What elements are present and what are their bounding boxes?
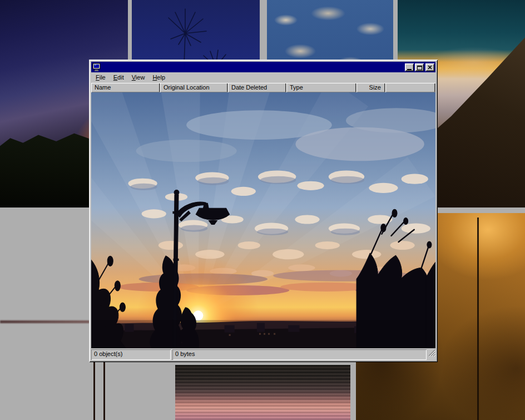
column-header-name[interactable]: Name <box>91 83 160 92</box>
title-bar[interactable] <box>91 62 435 72</box>
desktop: File Edit View Help Name Original Locati… <box>0 0 525 420</box>
maximize-icon <box>417 66 422 70</box>
minimize-icon <box>407 69 412 70</box>
status-object-count: 0 object(s) <box>91 349 171 360</box>
status-bar: 0 object(s) 0 bytes <box>91 349 435 360</box>
menu-file[interactable]: File <box>92 73 110 82</box>
menu-help[interactable]: Help <box>148 73 169 82</box>
resize-grip[interactable] <box>428 349 435 360</box>
list-view-wallpaper[interactable] <box>91 92 435 348</box>
column-header-filler <box>385 83 435 92</box>
status-byte-count: 0 bytes <box>172 349 427 360</box>
maximize-button[interactable] <box>415 63 424 71</box>
column-header-date-deleted[interactable]: Date Deleted <box>228 83 286 92</box>
column-header-type[interactable]: Type <box>286 83 356 92</box>
wallpaper-tile-water-reflection <box>175 365 350 420</box>
menu-view[interactable]: View <box>128 73 149 82</box>
column-header-size[interactable]: Size <box>356 83 385 92</box>
menu-edit[interactable]: Edit <box>110 73 128 82</box>
recycle-bin-window: File Edit View Help Name Original Locati… <box>89 60 438 362</box>
computer-monitor-icon <box>92 63 101 71</box>
close-button[interactable] <box>425 63 434 71</box>
column-header-row: Name Original Location Date Deleted Type… <box>91 83 435 92</box>
close-icon <box>428 66 432 70</box>
column-header-original-location[interactable]: Original Location <box>160 83 228 92</box>
amber-lamp-pole-silhouette <box>477 218 479 420</box>
streetlamp-sunset-photo <box>91 92 435 348</box>
menu-bar: File Edit View Help <box>91 72 435 83</box>
minimize-button[interactable] <box>405 63 414 71</box>
